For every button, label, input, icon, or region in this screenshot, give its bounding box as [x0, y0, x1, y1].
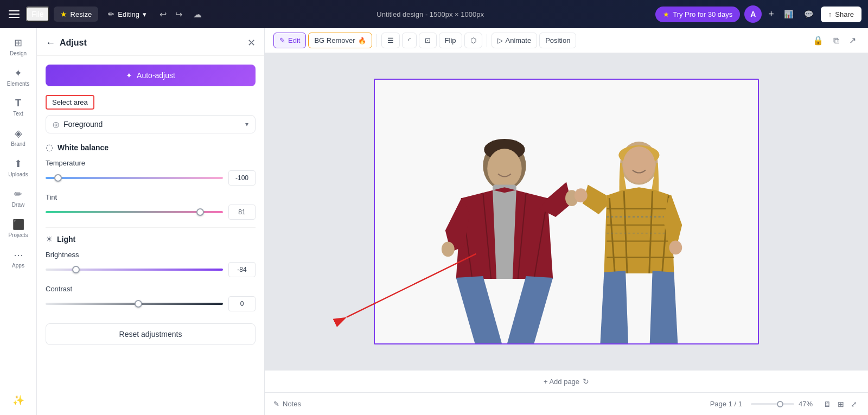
status-bar: ✎ Notes Page 1 / 1 47% 🖥 ⊞ ⤢	[265, 392, 868, 415]
animate-label: Animate	[506, 36, 532, 44]
temperature-thumb[interactable]	[54, 174, 62, 182]
foreground-dropdown[interactable]: ◎ Foreground ▾	[46, 115, 256, 133]
editing-button[interactable]: ✏ Editing ▾	[103, 7, 152, 22]
sidebar-item-uploads[interactable]: ⬆ Uploads	[2, 154, 35, 182]
menu-button[interactable]	[7, 8, 22, 20]
chat-icon-button[interactable]: 💬	[801, 7, 816, 22]
brightness-slider[interactable]	[46, 264, 223, 275]
section-divider	[46, 227, 256, 228]
bg-remover-button[interactable]: BG Remover 🔥	[308, 33, 372, 48]
topbar-right: ★ Try Pro for 30 days A + 📊 💬 ↑ Share	[655, 5, 861, 23]
share-button[interactable]: ↑ Share	[821, 7, 861, 22]
cloud-save-button[interactable]: ☁	[190, 7, 205, 22]
contrast-thumb[interactable]	[135, 300, 142, 308]
foreground-text: Foreground	[63, 120, 241, 129]
share-canvas-button[interactable]: ↗	[846, 33, 859, 48]
undo-button[interactable]: ↩	[156, 7, 170, 22]
light-icon: ☀	[46, 234, 53, 244]
resize-label: Resize	[71, 10, 92, 18]
notes-button[interactable]: ✎ Notes	[273, 400, 301, 408]
crop-button[interactable]: ⊡	[419, 33, 437, 48]
tint-slider[interactable]	[46, 207, 223, 218]
close-panel-button[interactable]: ✕	[247, 37, 256, 49]
canvas-container: ↻ ⧉ 🗑 ···	[265, 53, 868, 370]
sidebar-item-projects[interactable]: ⬛ Projects	[2, 214, 35, 242]
desktop-view-button[interactable]: 🖥	[821, 398, 833, 411]
auto-adjust-button[interactable]: ✦ Auto-adjust	[46, 65, 256, 86]
temperature-value[interactable]: -100	[228, 170, 256, 186]
pencil-icon: ✏	[108, 10, 114, 18]
zoom-slider[interactable]	[751, 403, 794, 405]
crop-icon: ⊡	[425, 36, 431, 44]
copy-button[interactable]: ⧉	[830, 33, 843, 48]
tint-thumb[interactable]	[196, 208, 204, 216]
chart-icon-button[interactable]: 📊	[781, 7, 796, 22]
editing-label: Editing	[118, 10, 139, 18]
plus-button[interactable]: +	[766, 7, 776, 22]
temperature-slider[interactable]	[46, 173, 223, 183]
lines-icon: ☰	[387, 36, 394, 44]
sidebar-item-elements[interactable]: ✦ Elements	[2, 63, 35, 91]
sidebar-item-brand[interactable]: ◈ Brand	[2, 123, 35, 151]
add-page-button[interactable]: + Add page ↻	[544, 377, 589, 386]
svg-point-13	[623, 146, 655, 183]
canvas-area: ✎ Edit BG Remover 🔥 ☰ ◜ ⊡ Flip	[265, 28, 868, 415]
select-area-label[interactable]: Select area	[46, 95, 94, 110]
topbar-left: File ★ Resize ✏ Editing ▾ ↩ ↪ ☁	[7, 7, 205, 22]
animate-icon: ▷	[497, 36, 503, 44]
auto-adjust-label: Auto-adjust	[137, 71, 175, 80]
brightness-control: -84	[46, 262, 256, 277]
panel-title: Adjust	[60, 38, 247, 48]
position-button[interactable]: Position	[539, 33, 576, 48]
try-pro-button[interactable]: ★ Try Pro for 30 days	[655, 7, 740, 22]
redo-button[interactable]: ↪	[172, 7, 186, 22]
fullscreen-button[interactable]: ⤢	[848, 398, 859, 411]
star-icon: ★	[60, 10, 67, 18]
sidebar-icons: ⊞ Design ✦ Elements T Text ◈ Brand ⬆ Upl…	[0, 28, 37, 415]
sidebar-label-text: Text	[13, 111, 23, 117]
tint-row: Tint 81	[46, 193, 256, 220]
transparency-button[interactable]: ⬡	[464, 33, 482, 48]
undo-redo-group: ↩ ↪	[156, 7, 186, 22]
svg-point-3	[487, 149, 521, 188]
sidebar-item-design[interactable]: ⊞ Design	[2, 33, 35, 61]
lock-button[interactable]: 🔒	[809, 33, 827, 48]
tint-value[interactable]: 81	[228, 205, 256, 220]
contrast-label: Contrast	[46, 285, 256, 293]
back-button[interactable]: ←	[46, 37, 55, 49]
zoom-slider-thumb[interactable]	[777, 401, 783, 407]
round-corner-button[interactable]: ◜	[402, 33, 417, 48]
sidebar-item-text[interactable]: T Text	[2, 93, 35, 121]
file-button[interactable]: File	[26, 7, 49, 22]
lines-button[interactable]: ☰	[381, 33, 400, 48]
reset-button[interactable]: Reset adjustments	[46, 323, 256, 345]
contrast-slider[interactable]	[46, 298, 223, 309]
sidebar-item-draw[interactable]: ✏ Draw	[2, 184, 35, 212]
canvas-toolbar: ✎ Edit BG Remover 🔥 ☰ ◜ ⊡ Flip	[265, 28, 868, 53]
brightness-thumb[interactable]	[72, 266, 80, 273]
sidebar-label-draw: Draw	[12, 202, 24, 208]
share-label: Share	[835, 10, 854, 18]
star-icon: ★	[663, 10, 669, 18]
chevron-down-icon: ▾	[245, 120, 248, 128]
design-canvas[interactable]: ↻ ⧉ 🗑 ···	[374, 79, 759, 344]
grid-view-button[interactable]: ⊞	[835, 398, 846, 411]
contrast-value[interactable]: 0	[228, 296, 256, 311]
sidebar-item-apps[interactable]: ⋯ Apps	[2, 245, 35, 273]
avatar-button[interactable]: A	[744, 5, 762, 23]
animate-button[interactable]: ▷ Animate	[492, 33, 538, 48]
hamburger-icon	[9, 10, 20, 18]
brightness-value[interactable]: -84	[228, 262, 256, 277]
resize-button[interactable]: ★ Resize	[54, 7, 99, 22]
chevron-down-icon: ▾	[143, 10, 146, 18]
sparkle-icon: ✦	[126, 71, 132, 80]
sidebar-item-magic[interactable]: ✨	[2, 390, 35, 411]
white-balance-title: White balance	[58, 143, 108, 152]
temperature-track	[46, 177, 223, 179]
sidebar-label-elements: Elements	[7, 81, 30, 87]
edit-button[interactable]: ✎ Edit	[273, 33, 306, 48]
flip-button[interactable]: Flip	[439, 33, 462, 48]
main-area: ⊞ Design ✦ Elements T Text ◈ Brand ⬆ Upl…	[0, 28, 868, 415]
brand-icon: ◈	[15, 127, 22, 139]
uploads-icon: ⬆	[14, 158, 22, 170]
